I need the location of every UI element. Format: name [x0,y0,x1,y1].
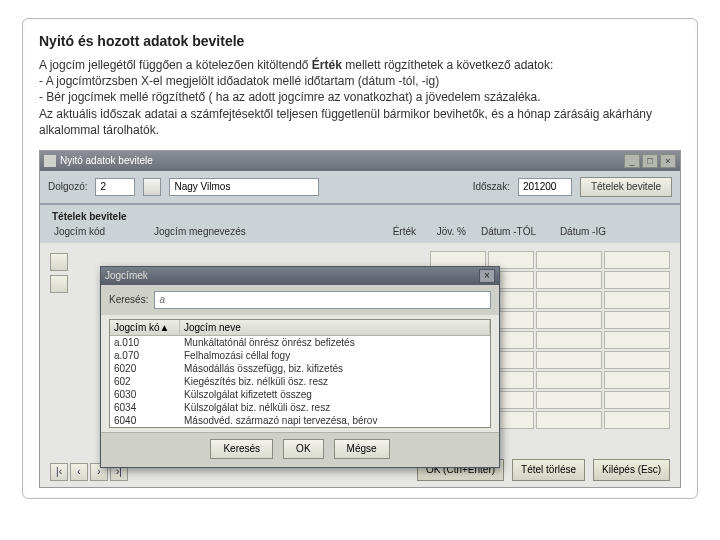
grid-cell[interactable] [536,291,602,309]
search-label: Keresés: [109,294,148,305]
search-row: Keresés: a [101,285,499,315]
dialog-titlebar: Jogcímek × [101,267,499,285]
list-header: Jogcím kó▲ Jogcím neve [110,320,490,336]
list-col-neve[interactable]: Jogcím neve [180,320,490,335]
dolgozo-id-field[interactable]: 2 [95,178,135,196]
list-item[interactable]: 6040Másodvéd. származó napi tervezésa, b… [110,414,490,427]
column-headers: Jogcím kód Jogcím megnevezés Érték Jöv. … [40,224,680,243]
col-jogcim-megnevezes: Jogcím megnevezés [150,224,360,239]
col-datum-ig: Dátum -IG [540,224,610,239]
jogcimek-dialog: Jogcímek × Keresés: a Jogcím kó▲ Jogcím … [100,266,500,468]
doc-panel: Nyitó és hozott adatok bevitele A jogcím… [22,18,698,499]
list-item[interactable]: 6034Külszolgálat biz. nélküli ösz. resz [110,401,490,414]
dolgozo-label: Dolgozó: [48,181,87,192]
grid-cell[interactable] [604,251,670,269]
row-nav-button[interactable] [50,275,68,293]
delete-item-button[interactable]: Tétel törlése [512,459,585,481]
idoszak-field[interactable]: 201200 [518,178,572,196]
grid-cell[interactable] [536,371,602,389]
list-item-meg: Másodállás összefügg, biz. kifizetés [180,362,490,375]
doc-title: Nyitó és hozott adatok bevitele [39,33,681,49]
grid-cell[interactable] [604,351,670,369]
list-item-kod: 6034 [110,401,180,414]
col-jov-szazalek: Jöv. % [420,224,470,239]
section-subheader: Tételek bevitele [40,205,680,224]
list-item[interactable]: a.010Munkáltatónál önrész önrész befizet… [110,336,490,349]
app-icon [44,155,56,167]
list-col-kod[interactable]: Jogcím kó▲ [110,320,180,335]
grid-cell[interactable] [536,411,602,429]
pager-first[interactable]: |‹ [50,463,68,481]
col-datum-tol: Dátum -TÓL [470,224,540,239]
window-title: Nyitó adatok bevitele [60,155,153,166]
dialog-megse-button[interactable]: Mégse [334,439,390,459]
grid-cell[interactable] [536,271,602,289]
list-item-kod: 6020 [110,362,180,375]
list-item[interactable]: 6020Másodállás összefügg, biz. kifizetés [110,362,490,375]
grid-cell[interactable] [536,251,602,269]
grid-cell[interactable] [604,331,670,349]
list-item-meg: Másodvéd. származó napi tervezésa, bérov [180,414,490,427]
grid-cell[interactable] [536,311,602,329]
list-item-kod: 6040 [110,414,180,427]
row-nav-column [50,251,68,295]
col-jogcim-kod: Jogcím kód [50,224,150,239]
list-item-kod: a.070 [110,349,180,362]
list-item-meg: Felhalmozási céllal fogy [180,349,490,362]
minimize-button[interactable]: _ [624,154,640,168]
exit-button[interactable]: Kilépés (Esc) [593,459,670,481]
pager-prev[interactable]: ‹ [70,463,88,481]
top-toolbar: Dolgozó: 2 Nagy Vilmos Időszak: 201200 T… [40,171,680,205]
dialog-close-button[interactable]: × [479,269,495,283]
grid-cell[interactable] [536,391,602,409]
list-item[interactable]: 602 Kiegészítés biz. nélküli ösz. resz [110,375,490,388]
list-item-meg: Kiegészítés biz. nélküli ösz. resz [180,375,490,388]
dialog-title: Jogcímek [105,270,148,281]
close-button[interactable]: × [660,154,676,168]
dolgozo-lookup-button[interactable] [143,178,161,196]
list-item-meg: Külszolgálat biz. nélküli ösz. resz [180,401,490,414]
search-input[interactable]: a [154,291,491,309]
idoszak-label: Időszak: [473,181,510,192]
dialog-buttons: Keresés OK Mégse [101,432,499,467]
doc-body: A jogcím jellegétől függően a kötelezően… [39,57,681,138]
titlebar: Nyitó adatok bevitele _ □ × [40,151,680,171]
maximize-button[interactable]: □ [642,154,658,168]
list-item-kod: 6030 [110,388,180,401]
grid-cell[interactable] [604,371,670,389]
row-nav-button[interactable] [50,253,68,271]
grid-cell[interactable] [604,411,670,429]
grid-cell[interactable] [604,311,670,329]
grid-cell[interactable] [536,351,602,369]
col-ertek: Érték [360,224,420,239]
dolgozo-name-field[interactable]: Nagy Vilmos [169,178,319,196]
tetelek-bevitele-button[interactable]: Tételek bevitele [580,177,672,197]
grid-cell[interactable] [536,331,602,349]
grid-cell[interactable] [604,291,670,309]
dialog-kereses-button[interactable]: Keresés [210,439,273,459]
dialog-ok-button[interactable]: OK [283,439,323,459]
grid-cell[interactable] [604,391,670,409]
list-item-kod: 602 [110,375,180,388]
grid-cell[interactable] [604,271,670,289]
list-body: a.010Munkáltatónál önrész önrész befizet… [110,336,490,427]
jogcim-list: Jogcím kó▲ Jogcím neve a.010Munkáltatóná… [109,319,491,428]
list-item[interactable]: a.070Felhalmozási céllal fogy [110,349,490,362]
list-item-meg: Munkáltatónál önrész önrész befizetés [180,336,490,349]
list-item[interactable]: 6030Külszolgálat kifizetett összeg [110,388,490,401]
list-item-meg: Külszolgálat kifizetett összeg [180,388,490,401]
list-item-kod: a.010 [110,336,180,349]
app-window: Nyitó adatok bevitele _ □ × Dolgozó: 2 N… [39,150,681,488]
